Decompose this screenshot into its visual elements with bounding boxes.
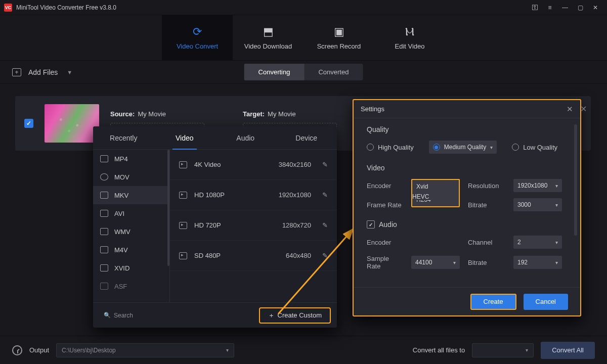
output-path-select[interactable]: C:\Users\bj\Desktop <box>56 343 234 357</box>
file-icon <box>100 264 108 271</box>
add-files-button[interactable]: + Add Files ▼ <box>12 68 72 76</box>
chevron-down-icon: ▼ <box>67 69 72 75</box>
tab-converting[interactable]: Converting <box>244 64 305 80</box>
tab-converted[interactable]: Converted <box>304 64 363 80</box>
app-icon: VC <box>4 4 12 12</box>
video-encoder-select[interactable]: H264 Xvid H264 HEVC <box>411 179 460 192</box>
format-sidebar[interactable]: MP4 MOV MKV AVI WMV M4V XVID ASF <box>93 150 170 302</box>
samplerate-select[interactable]: 44100 <box>411 256 460 269</box>
minimize-button[interactable]: — <box>557 0 573 15</box>
add-files-icon: + <box>12 68 21 76</box>
framerate-label: Frame Rate <box>367 201 403 209</box>
cancel-button[interactable]: Cancel <box>524 294 568 310</box>
edit-icon[interactable]: ✎ <box>322 161 328 168</box>
settings-dialog: Settings ✕ Quality High Quality Medium Q… <box>353 99 581 316</box>
tab-video-formats[interactable]: Video <box>154 126 215 149</box>
file-icon <box>100 228 108 235</box>
titlebar: VC MiniTool Video Converter Free v3.8.0 … <box>0 0 607 15</box>
audio-grid: Encoder Channel 2 Sample Rate 44100 Bitr… <box>367 236 567 270</box>
quality-section-label: Quality <box>367 125 567 133</box>
channel-label: Channel <box>468 239 505 246</box>
file-icon <box>100 192 108 199</box>
clock-icon[interactable] <box>12 345 22 355</box>
convert-all-label: Convert all files to <box>413 346 465 354</box>
toolbar: + Add Files ▼ Converting Converted <box>0 61 607 84</box>
edit-icon[interactable]: ✎ <box>322 252 328 259</box>
file-icon <box>100 173 108 180</box>
output-label: Output <box>29 346 49 354</box>
audio-bitrate-label: Bitrate <box>468 259 505 266</box>
preset-4k[interactable]: 4K Video3840x2160✎ <box>170 150 337 180</box>
key-icon[interactable]: ⚿ <box>527 0 542 15</box>
tab-video-download[interactable]: ⬒ Video Download <box>233 15 304 60</box>
fmt-mov[interactable]: MOV <box>93 168 169 186</box>
video-bitrate-select[interactable]: 3000 <box>513 198 562 211</box>
tab-label: Video Download <box>244 42 292 50</box>
fmt-m4v[interactable]: M4V <box>93 241 169 259</box>
fmt-xvid[interactable]: XVID <box>93 259 169 277</box>
search-icon: 🔍 <box>104 312 111 318</box>
radio-low-quality[interactable]: Low Quality <box>512 144 557 151</box>
audio-bitrate-select[interactable]: 192 <box>513 256 562 269</box>
format-footer: 🔍 ＋ Create Custom <box>93 302 337 328</box>
video-thumbnail <box>45 104 99 143</box>
bottom-bar: Output C:\Users\bj\Desktop Convert all f… <box>0 336 607 364</box>
target-label: Target: <box>243 110 265 118</box>
encoder-option-xvid[interactable]: Xvid <box>412 180 459 193</box>
format-picker: Recently Video Audio Device MP4 MOV MKV … <box>93 126 337 328</box>
close-dialog-button[interactable]: ✕ <box>567 105 573 114</box>
audio-checkbox[interactable]: ✓ <box>367 220 375 229</box>
edit-icon[interactable]: ✎ <box>322 221 328 229</box>
video-bitrate-label: Bitrate <box>468 201 505 209</box>
samplerate-label: Sample Rate <box>367 255 403 270</box>
fmt-mkv[interactable]: MKV <box>93 186 169 204</box>
file-icon <box>100 283 108 290</box>
maximize-button[interactable]: ▢ <box>573 0 588 15</box>
format-search[interactable]: 🔍 <box>99 309 194 322</box>
create-custom-button[interactable]: ＋ Create Custom <box>259 307 331 324</box>
tab-screen-record[interactable]: ▣ Screen Record <box>304 15 374 60</box>
preset-480p[interactable]: SD 480P640x480✎ <box>170 241 337 271</box>
fmt-avi[interactable]: AVI <box>93 204 169 222</box>
edit-icon[interactable]: ✎ <box>322 191 328 199</box>
settings-header: Settings ✕ <box>354 100 580 118</box>
tab-video-convert[interactable]: ⟳ Video Convert <box>162 15 233 60</box>
fmt-asf[interactable]: ASF <box>93 277 169 295</box>
preset-1080p[interactable]: HD 1080P1920x1080✎ <box>170 180 337 210</box>
preset-720p[interactable]: HD 720P1280x720✎ <box>170 210 337 241</box>
tab-device-formats[interactable]: Device <box>276 126 337 149</box>
radio-medium-quality[interactable]: Medium Quality <box>429 141 497 154</box>
create-button[interactable]: Create <box>470 294 516 310</box>
encoder-label: Encoder <box>367 182 403 190</box>
channel-select[interactable]: 2 <box>513 236 562 249</box>
radio-high-quality[interactable]: High Quality <box>367 144 414 151</box>
audio-section-header: ✓ Audio <box>367 220 567 229</box>
video-section-label: Video <box>367 164 567 172</box>
convert-all-button[interactable]: Convert All <box>541 342 595 359</box>
menu-icon[interactable]: ≡ <box>542 0 557 15</box>
fmt-wmv[interactable]: WMV <box>93 222 169 241</box>
convert-all-format-select[interactable] <box>472 343 534 357</box>
format-tabs: Recently Video Audio Device <box>93 126 337 150</box>
resolution-select[interactable]: 1920x1080 <box>513 179 562 192</box>
download-icon: ⬒ <box>263 25 274 38</box>
close-button[interactable]: ✕ <box>588 0 603 15</box>
fmt-mp4[interactable]: MP4 <box>93 150 169 168</box>
video-icon <box>179 222 187 229</box>
tab-audio-formats[interactable]: Audio <box>215 126 276 149</box>
checkbox-selected[interactable]: ✓ <box>24 119 33 128</box>
tab-edit-video[interactable]: Ⲙ Edit Video <box>374 15 445 60</box>
video-grid: Encoder H264 Xvid H264 HEVC Resolution 1… <box>367 179 567 211</box>
file-icon <box>100 210 108 217</box>
plus-icon: ＋ <box>268 311 275 320</box>
search-input[interactable] <box>114 312 190 319</box>
status-tabs: Converting Converted <box>244 64 363 80</box>
video-icon <box>179 252 187 259</box>
tab-recently[interactable]: Recently <box>93 126 154 149</box>
dialog-title: Settings <box>361 105 384 113</box>
audio-encoder-label: Encoder <box>367 239 403 246</box>
encoder-option-hevc[interactable]: HEVC <box>412 193 459 200</box>
source-name: My Movie <box>138 110 166 118</box>
edit-icon: Ⲙ <box>405 25 414 38</box>
main-tabs: ⟳ Video Convert ⬒ Video Download ▣ Scree… <box>0 15 607 61</box>
